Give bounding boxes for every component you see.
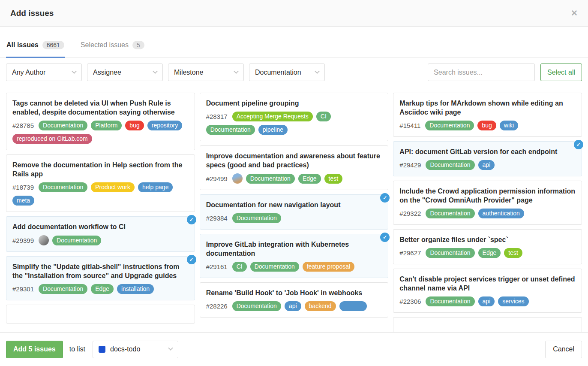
select-all-button[interactable]: Select all xyxy=(540,64,582,81)
label-edge: Edge xyxy=(298,174,321,184)
label-product-work: Product work xyxy=(91,182,135,192)
chevron-down-icon xyxy=(72,69,76,73)
chevron-down-icon xyxy=(168,346,173,351)
label-api: api xyxy=(478,160,495,170)
tab-label: Selected issues xyxy=(81,41,129,49)
issue-meta: #22306Documentationapiservices xyxy=(399,296,576,306)
label-documentation: Documentation xyxy=(232,213,281,223)
issue-card[interactable]: ✓Improve GitLab integration with Kuberne… xyxy=(200,234,389,278)
issue-meta: #28317Accepting Merge RequestsCIDocument… xyxy=(206,112,382,135)
chevron-down-icon xyxy=(153,69,157,73)
issue-card[interactable]: Remove the documentation in Help section… xyxy=(6,154,195,212)
label-edge: Edge xyxy=(91,284,114,294)
label-edge: Edge xyxy=(478,248,501,258)
issue-title: Document pipeline grouping xyxy=(206,99,382,108)
issue-meta: #29301DocumentationEdgeinstallation xyxy=(12,284,189,294)
issue-number: #28785 xyxy=(12,122,34,129)
filter-dropdown-assignee[interactable]: Assignee xyxy=(87,64,163,81)
label-wiki: wiki xyxy=(500,121,518,130)
label-api: api xyxy=(285,301,301,311)
list-select-dropdown[interactable]: docs-todo xyxy=(93,341,178,358)
label-test: test xyxy=(324,174,343,184)
label-ci: CI xyxy=(232,262,247,272)
issue-card[interactable]: Include the Crowd application permission… xyxy=(393,181,582,225)
cancel-button[interactable]: Cancel xyxy=(545,341,582,358)
modal-title: Add issues xyxy=(10,9,54,18)
list-color-swatch xyxy=(99,346,105,353)
issue-title: Can't disable project services trigger o… xyxy=(399,275,576,293)
issue-card[interactable]: Markup tips for MArkdown shown while edi… xyxy=(393,93,582,137)
issue-title: Add documentation workflow to CI xyxy=(12,222,189,231)
issue-card[interactable]: Can't disable project services trigger o… xyxy=(393,269,582,313)
tab-selected-issues[interactable]: Selected issues5 xyxy=(80,41,145,58)
to-list-label: to list xyxy=(69,345,85,353)
filter-dropdown-label: Any Author xyxy=(12,69,45,76)
tab-label: All issues xyxy=(6,41,39,49)
label-authentication: authentication xyxy=(478,209,524,218)
filter-dropdown-label: Milestone xyxy=(174,69,203,76)
issue-meta: #29384Documentation xyxy=(206,213,382,223)
tabs-bar: All issues6661Selected issues5 xyxy=(0,27,588,58)
label-services: services xyxy=(498,296,528,306)
issue-card[interactable]: ✓Documentation for new navigation layout… xyxy=(200,194,389,230)
issue-card[interactable]: Better organize files under `spec`#29627… xyxy=(393,229,582,264)
issue-number: #18739 xyxy=(12,184,34,191)
label-documentation: Documentation xyxy=(426,248,474,258)
assignee-avatar xyxy=(232,173,243,184)
issue-title: Simplify the "Update gitlab-shell" instr… xyxy=(12,262,189,280)
label-clipped xyxy=(339,301,367,311)
issue-card[interactable]: Improve documentation and awareness abou… xyxy=(200,145,389,190)
list-name: docs-todo xyxy=(110,345,140,353)
issue-card[interactable]: Rename 'Build Hook' to 'Job Hook' in web… xyxy=(200,282,389,318)
label-documentation: Documentation xyxy=(39,121,87,130)
label-documentation: Documentation xyxy=(39,284,87,294)
issue-number: #29384 xyxy=(206,215,228,222)
selected-check-icon: ✓ xyxy=(574,140,583,149)
issue-card[interactable]: Tags cannot be deleted via UI when Push … xyxy=(6,93,195,150)
chevron-down-icon xyxy=(234,69,238,73)
issue-title: Include the Crowd application permission… xyxy=(399,187,576,205)
issue-card[interactable]: ✓Simplify the "Update gitlab-shell" inst… xyxy=(6,256,195,300)
label-pipeline: pipeline xyxy=(258,125,288,135)
issue-column-1: Tags cannot be deleted via UI when Push … xyxy=(6,93,195,324)
issue-number: #29399 xyxy=(12,237,34,244)
label-help-page: help page xyxy=(138,182,173,192)
chevron-down-icon xyxy=(315,69,319,73)
label-documentation: Documentation xyxy=(426,209,474,218)
issue-card[interactable]: Document pipeline grouping#28317Acceptin… xyxy=(200,93,389,141)
label-ci: CI xyxy=(316,112,331,121)
filter-dropdown-label: Documentation xyxy=(255,69,301,76)
issue-column-2: Document pipeline grouping#28317Acceptin… xyxy=(200,93,389,322)
label-reproduced-on-gitlab-com: reproduced on GitLab.com xyxy=(12,134,92,144)
label-test: test xyxy=(504,248,522,258)
label-platform: Platform xyxy=(91,121,122,130)
label-meta: meta xyxy=(12,196,34,206)
label-backend: backend xyxy=(305,301,336,311)
issue-meta: #15411Documentationbugwiki xyxy=(399,121,576,130)
issue-meta: #28226Documentationapibackend xyxy=(206,301,382,311)
issue-number: #15411 xyxy=(399,122,420,129)
label-bug: bug xyxy=(477,121,496,130)
issue-number: #29499 xyxy=(206,175,228,182)
issue-title: Better organize files under `spec` xyxy=(399,235,576,244)
tab-all-issues[interactable]: All issues6661 xyxy=(6,41,65,58)
issue-number: #29301 xyxy=(12,285,34,293)
filter-dropdown-documentation[interactable]: Documentation xyxy=(249,64,325,81)
filter-dropdown-milestone[interactable]: Milestone xyxy=(168,64,244,81)
add-issues-button[interactable]: Add 5 issues xyxy=(6,341,63,358)
issue-meta: #29627DocumentationEdgetest xyxy=(399,248,576,258)
assignee-avatar xyxy=(39,235,49,245)
issue-card-partial[interactable] xyxy=(6,305,195,324)
search-input[interactable] xyxy=(428,64,535,81)
close-icon[interactable]: ✕ xyxy=(571,9,578,17)
label-feature-proposal: feature proposal xyxy=(303,262,354,272)
label-installation: installation xyxy=(117,284,154,294)
modal-footer: Add 5 issues to list docs-todo Cancel xyxy=(0,332,588,366)
issue-card[interactable]: ✓API: document GitLab version for each e… xyxy=(393,141,582,176)
issue-title: Improve GitLab integration with Kubernet… xyxy=(206,240,382,258)
issue-card[interactable]: ✓Add documentation workflow to CI#29399D… xyxy=(6,216,195,252)
label-accepting-merge-requests: Accepting Merge Requests xyxy=(232,112,313,121)
filter-dropdown-any-author[interactable]: Any Author xyxy=(6,64,82,81)
label-documentation: Documentation xyxy=(426,296,474,306)
issue-number: #29627 xyxy=(399,249,421,257)
